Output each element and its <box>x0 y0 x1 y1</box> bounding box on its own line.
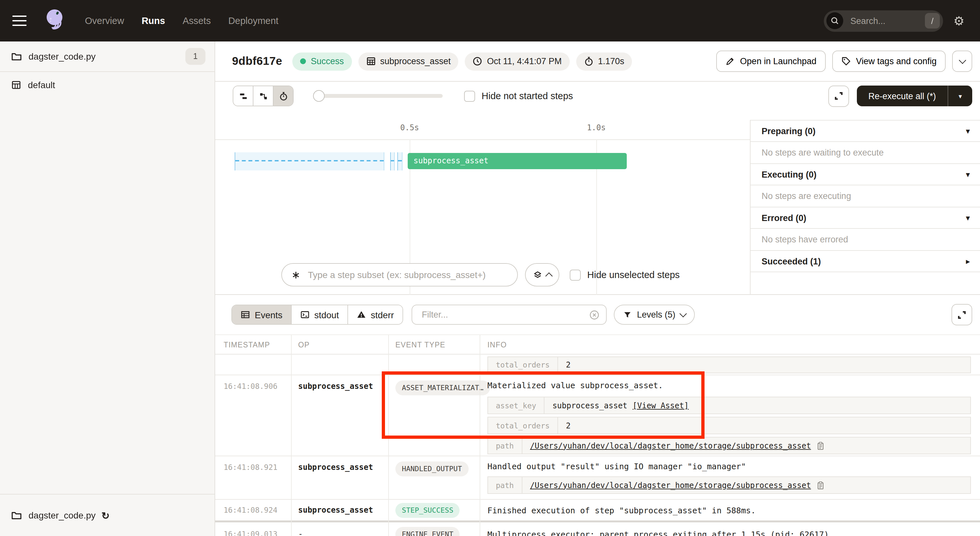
axis-tick: 1.0s <box>587 123 606 132</box>
expand-icon <box>957 310 967 320</box>
search-input[interactable] <box>849 15 925 26</box>
chevron-down-icon <box>959 57 966 64</box>
gear-icon[interactable]: ⚙ <box>953 14 964 27</box>
asset-tag[interactable]: subprocess_asset <box>358 52 458 70</box>
waiting-bar <box>235 152 384 170</box>
panel-body: No steps are executing <box>751 185 980 207</box>
event-message: Finished execution of step "subprocess_a… <box>487 506 971 516</box>
global-search[interactable]: / <box>824 10 943 32</box>
search-shortcut-badge: / <box>925 13 940 29</box>
sidebar-repo-label: dagster_code.py <box>29 51 95 62</box>
clock-icon <box>473 56 482 66</box>
run-id: 9dbf617e <box>232 54 282 68</box>
reexecute-dropdown[interactable]: ▾ <box>948 86 972 106</box>
main-content: 9dbf617e Success subprocess_asset Oct 11… <box>215 41 980 536</box>
panel-section-errored[interactable]: Errored (0) ▾ <box>751 207 980 229</box>
pencil-icon <box>725 56 735 66</box>
nav-deployment[interactable]: Deployment <box>228 16 278 26</box>
metadata-row: path /Users/yuhan/dev/local/dagster_home… <box>487 437 971 454</box>
hide-not-started-checkbox[interactable] <box>464 91 475 102</box>
tag-icon <box>841 56 851 66</box>
asset-grid-icon <box>366 56 375 66</box>
terminal-icon <box>300 310 310 320</box>
tab-events[interactable]: Events <box>232 305 291 324</box>
graph-query-toggle[interactable] <box>525 263 559 286</box>
dagster-logo[interactable] <box>43 8 67 34</box>
metadata-row: total_orders 2 <box>487 417 971 434</box>
view-tags-config-button[interactable]: View tags and config <box>832 51 946 72</box>
table-row: 16:41:08.921 subprocess_asset HANDLED_OU… <box>215 456 980 500</box>
nav-runs[interactable]: Runs <box>142 16 165 26</box>
success-dot-icon <box>301 58 306 64</box>
event-timestamp: 16:41:09.013 <box>215 522 291 536</box>
view-waterfall-icon[interactable] <box>253 86 273 106</box>
panel-section-executing[interactable]: Executing (0) ▾ <box>751 164 980 185</box>
gantt-expand-button[interactable] <box>828 85 849 107</box>
zoom-slider[interactable] <box>314 90 443 102</box>
axis-tick: 0.5s <box>400 123 419 132</box>
events-expand-button[interactable] <box>951 304 972 325</box>
gantt-step-bar[interactable]: subprocess_asset <box>408 153 627 169</box>
slider-track[interactable] <box>314 94 443 98</box>
gantt-view-mode <box>233 86 294 106</box>
open-launchpad-button[interactable]: Open in Launchpad <box>716 51 826 72</box>
expand-icon <box>833 91 843 101</box>
primary-nav: Overview Runs Assets Deployment <box>85 16 278 26</box>
op-selector-icon <box>291 270 301 280</box>
sidebar-footer-repo: dagster_code.py ↻ <box>0 494 215 536</box>
copy-icon[interactable] <box>816 480 825 490</box>
copy-icon[interactable] <box>816 441 825 450</box>
event-timestamp: 16:41:08.906 <box>215 375 291 391</box>
nav-assets[interactable]: Assets <box>183 16 211 26</box>
repo-count-badge: 1 <box>185 48 205 65</box>
slider-knob[interactable] <box>313 90 325 102</box>
panel-section-preparing[interactable]: Preparing (0) ▾ <box>751 121 980 142</box>
levels-dropdown[interactable]: Levels (5) <box>614 305 695 325</box>
reexecute-all-button[interactable]: Re-execute all (*) ▾ <box>856 86 972 106</box>
hide-unselected-checkbox[interactable] <box>570 269 581 280</box>
metadata-row: asset_key subprocess_asset[View Asset] <box>487 397 971 414</box>
view-timed-icon[interactable] <box>273 86 293 106</box>
sidebar-repo-header[interactable]: dagster_code.py 1 <box>0 41 215 72</box>
view-flat-icon[interactable] <box>233 86 253 106</box>
waiting-bar-segment <box>390 152 395 170</box>
step-status-panel: Preparing (0) ▾ No steps are waiting to … <box>750 120 980 295</box>
log-filter-field[interactable] <box>412 305 607 325</box>
waiting-bar-segment <box>397 152 402 170</box>
panel-section-succeeded[interactable]: Succeeded (1) ▸ <box>751 251 980 272</box>
log-tabs: Events stdout stderr <box>231 305 403 325</box>
sidebar-item-default[interactable]: default <box>0 72 215 98</box>
job-grid-icon <box>11 80 21 90</box>
axis-line <box>215 139 750 140</box>
chevron-down-icon <box>679 310 687 318</box>
reload-icon[interactable]: ↻ <box>102 511 110 520</box>
column-divider <box>388 335 389 536</box>
sidebar: dagster_code.py 1 default dagster_code.p… <box>0 41 215 536</box>
event-message: Multiprocess executor: parent process ex… <box>487 530 971 536</box>
hamburger-menu-icon[interactable] <box>12 16 27 26</box>
path-link[interactable]: /Users/yuhan/dev/local/dagster_home/stor… <box>530 480 811 490</box>
tab-stderr[interactable]: stderr <box>347 305 402 324</box>
event-timestamp: 16:41:08.921 <box>215 456 291 472</box>
gantt-toolbar: Hide not started steps Re-execute all (*… <box>215 82 980 110</box>
metadata-row: path /Users/yuhan/dev/local/dagster_home… <box>487 476 971 494</box>
path-link[interactable]: /Users/yuhan/dev/local/dagster_home/stor… <box>530 441 811 450</box>
log-filter-input[interactable] <box>421 309 589 320</box>
run-header-more-button[interactable] <box>952 51 972 72</box>
gantt-section: Hide not started steps Re-execute all (*… <box>215 82 980 295</box>
events-toolbar: Events stdout stderr <box>215 295 980 335</box>
clear-filter-icon[interactable] <box>589 310 600 320</box>
tab-stdout[interactable]: stdout <box>291 305 347 324</box>
table-icon <box>240 310 250 320</box>
view-asset-link[interactable]: [View Asset] <box>633 401 689 410</box>
nav-overview[interactable]: Overview <box>85 16 124 26</box>
app: Overview Runs Assets Deployment / ⚙ dags… <box>0 0 980 536</box>
funnel-icon <box>623 310 632 319</box>
step-subset-input[interactable] <box>307 269 508 281</box>
table-row: 16:41:08.906 subprocess_asset ASSET_MATE… <box>215 375 980 456</box>
column-divider <box>291 335 292 536</box>
caret-down-icon: ▾ <box>966 213 970 222</box>
event-type-badge: HANDLED_OUTPUT <box>395 461 468 476</box>
step-subset-field[interactable] <box>281 263 518 286</box>
run-duration: 1.170s <box>576 52 632 70</box>
